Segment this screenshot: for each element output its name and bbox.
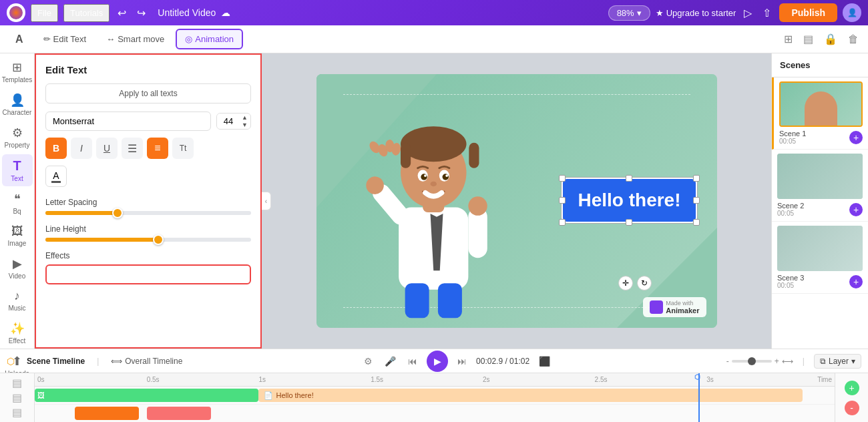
sidebar-item-text[interactable]: T Text [2, 154, 33, 186]
remove-track-button[interactable]: - [845, 401, 859, 415]
effect-icon: ✨ [10, 321, 25, 336]
edit-text-button[interactable]: ✏ Edit Text [35, 29, 95, 49]
svg-point-9 [421, 174, 427, 180]
canvas-collapse-button[interactable]: ‹ [262, 192, 271, 210]
bold-button[interactable]: B [45, 138, 67, 159]
overall-timeline-tab[interactable]: ⟺ Overall Timeline [105, 354, 188, 369]
grid-icon[interactable]: ⊞ [781, 30, 795, 48]
animation-button[interactable]: ◎ Animation [176, 29, 243, 49]
character-icon: 👤 [10, 93, 25, 108]
scene-1-name: Scene 1 [779, 130, 806, 138]
layers-icon: ⧉ [820, 357, 826, 366]
italic-button[interactable]: I [71, 138, 92, 159]
underline-button[interactable]: U [96, 138, 118, 159]
line-height-track[interactable] [45, 238, 251, 242]
animation-icon: ◎ [185, 34, 192, 44]
timeline-icon-2[interactable]: ▤ [12, 391, 22, 404]
sidebar-item-templates[interactable]: ⊞ Templates [2, 56, 33, 87]
delete-icon[interactable]: 🗑 [845, 31, 861, 48]
mic-button[interactable]: 🎤 [382, 353, 399, 369]
rotate-icon[interactable]: ↻ [637, 276, 652, 290]
ruler-2s: 2s [483, 376, 490, 383]
font-size-up[interactable]: ▲ [240, 114, 250, 122]
layer-select[interactable]: ⧉ Layer ▾ [814, 354, 861, 369]
clip-2a[interactable] [75, 407, 139, 420]
skip-back-button[interactable]: ⏮ [405, 353, 420, 369]
share-icon[interactable]: ⇧ [760, 4, 774, 22]
scene-item-2[interactable]: Scene 2 00:05 + [772, 150, 868, 222]
effects-box[interactable] [45, 264, 251, 284]
watermark: Made with Animaker [643, 297, 706, 317]
font-family-select[interactable]: Montserrat [45, 112, 211, 131]
user-avatar[interactable]: 👤 [843, 3, 861, 22]
zoom-out-icon[interactable]: - [726, 357, 729, 366]
sidebar-item-property[interactable]: ⚙ Property [2, 122, 33, 153]
expand-icon[interactable]: ⟷ [782, 357, 793, 366]
scene-1-add-button[interactable]: + [849, 131, 863, 144]
scene-2-add-button[interactable]: + [849, 203, 863, 216]
scene-item-3[interactable]: Scene 3 00:05 + [772, 222, 868, 294]
hello-text-box[interactable]: Hello there! [562, 178, 696, 223]
letter-spacing-thumb[interactable] [112, 208, 123, 218]
timeline-zoom: - + ⟷ [726, 357, 793, 366]
timeline-icon-3[interactable]: ▤ [12, 406, 22, 419]
publish-button[interactable]: Publish [779, 3, 837, 22]
skip-forward-button[interactable]: ⏭ [455, 353, 469, 369]
font-size-field[interactable] [217, 114, 240, 129]
align-button[interactable]: ≡ [147, 138, 168, 159]
scene-thumb-2 [777, 154, 863, 199]
timeline-ruler: 0s 0.5s 1s 1.5s 2s 2.5s 3s Time [35, 373, 835, 387]
file-menu[interactable]: File [31, 4, 58, 22]
list-button[interactable]: ☰ [122, 138, 143, 159]
lock-icon[interactable]: 🔒 [821, 30, 840, 48]
line-height-thumb[interactable] [153, 234, 164, 245]
zoom-control[interactable]: 88% ▾ [608, 5, 650, 21]
scene-1-time: 00:05 [779, 138, 806, 145]
smart-move-button[interactable]: ↔ Smart move [97, 29, 173, 49]
add-track-button[interactable]: + [845, 381, 859, 395]
sidebar-item-character[interactable]: 👤 Character [2, 89, 33, 120]
text-format-button[interactable]: A [7, 29, 32, 50]
clip-1-green[interactable]: 🖼 [35, 389, 258, 402]
redo-button[interactable]: ↪ [134, 4, 148, 22]
timeline-icon-1[interactable]: ▤ [12, 377, 22, 389]
font-size-down[interactable]: ▼ [240, 122, 250, 129]
scene-canvas[interactable]: Hello there! ✛ ↻ Made with Animaker [316, 74, 717, 328]
project-title: Untitled Video [158, 7, 216, 18]
scene-item-1[interactable]: Scene 1 00:05 + [772, 77, 868, 150]
upgrade-button[interactable]: ★ Upgrade to starter [656, 8, 736, 18]
clip-hello-icon: 📄 [264, 391, 273, 400]
move-icon[interactable]: ✛ [618, 276, 633, 290]
svg-point-12 [445, 174, 448, 177]
apply-all-button[interactable]: Apply to all texts [45, 83, 251, 103]
tutorials-menu[interactable]: Tutorials [63, 4, 110, 22]
play-preview-icon[interactable]: ▷ [741, 4, 754, 22]
scene-3-name: Scene 3 [777, 274, 804, 282]
svg-point-15 [468, 196, 487, 215]
sidebar-item-music[interactable]: ♪ Music [2, 285, 33, 316]
settings-button[interactable]: ⚙ [361, 353, 375, 369]
letter-spacing-track[interactable] [45, 211, 251, 215]
captions-button[interactable]: ⬛ [536, 353, 553, 369]
layout-icon[interactable]: ▤ [801, 30, 816, 48]
undo-button[interactable]: ↩ [115, 4, 129, 22]
sidebar-item-effect[interactable]: ✨ Effect [2, 317, 33, 349]
sidebar-item-video[interactable]: ▶ Video [2, 252, 33, 284]
scene-3-add-button[interactable]: + [849, 275, 863, 288]
sidebar-item-bq[interactable]: ❝ Bq [2, 188, 33, 219]
svg-rect-6 [469, 143, 479, 168]
text-color-button[interactable]: A [45, 166, 67, 187]
scene-thumb-1 [779, 81, 863, 127]
scene-timeline-tab[interactable]: Scene Timeline [21, 354, 90, 369]
play-button[interactable]: ▶ [427, 351, 448, 372]
zoom-in-icon[interactable]: + [775, 357, 779, 366]
line-height-fill [45, 238, 158, 242]
clip-2b[interactable] [147, 407, 211, 420]
property-icon: ⚙ [12, 126, 23, 140]
zoom-slider-thumb[interactable] [748, 357, 756, 365]
clip-1-orange[interactable]: 📄 Hello there! [258, 389, 803, 402]
case-button[interactable]: Tt [172, 138, 194, 159]
sidebar-item-image[interactable]: 🖼 Image [2, 220, 33, 251]
timeline-controls-bar: ⬡ Scene Timeline | ⟺ Overall Timeline ⚙ … [0, 349, 868, 373]
zoom-slider-track[interactable] [732, 360, 772, 363]
